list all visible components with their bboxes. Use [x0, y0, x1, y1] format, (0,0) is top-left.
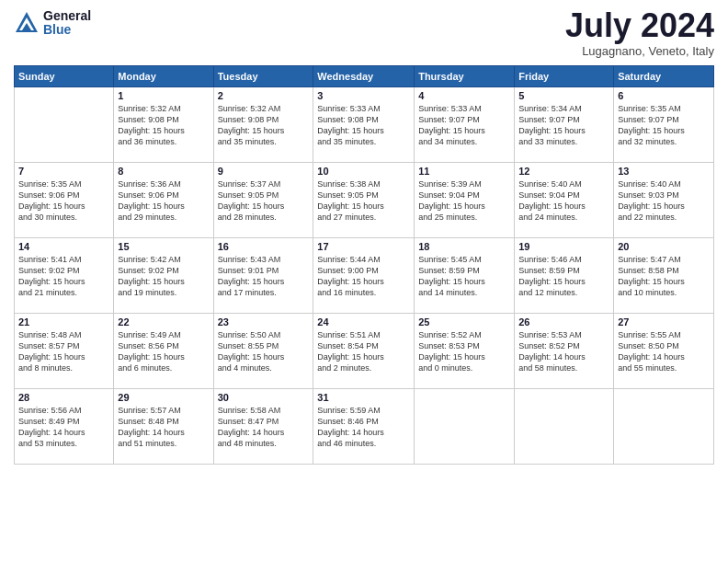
weekday-header: Wednesday [313, 66, 415, 87]
day-number: 29 [118, 392, 209, 403]
calendar-cell [614, 389, 714, 465]
day-number: 31 [317, 392, 410, 403]
calendar-row: 28Sunrise: 5:56 AM Sunset: 8:49 PM Dayli… [15, 389, 714, 465]
header: General Blue July 2024 Lugagnano, Veneto… [14, 9, 714, 58]
day-number: 16 [218, 241, 310, 252]
calendar-row: 1Sunrise: 5:32 AM Sunset: 9:08 PM Daylig… [15, 87, 714, 163]
cell-info: Sunrise: 5:58 AM Sunset: 8:47 PM Dayligh… [218, 405, 310, 450]
calendar-cell: 14Sunrise: 5:41 AM Sunset: 9:02 PM Dayli… [15, 238, 114, 314]
calendar-cell: 31Sunrise: 5:59 AM Sunset: 8:46 PM Dayli… [313, 389, 415, 465]
cell-info: Sunrise: 5:35 AM Sunset: 9:06 PM Dayligh… [18, 178, 109, 224]
cell-info: Sunrise: 5:51 AM Sunset: 8:54 PM Dayligh… [317, 329, 410, 374]
weekday-header: Thursday [415, 66, 515, 87]
day-number: 9 [218, 166, 310, 177]
cell-info: Sunrise: 5:35 AM Sunset: 9:07 PM Dayligh… [618, 103, 710, 148]
calendar-cell: 26Sunrise: 5:53 AM Sunset: 8:52 PM Dayli… [515, 314, 614, 389]
cell-info: Sunrise: 5:37 AM Sunset: 9:05 PM Dayligh… [218, 178, 310, 224]
calendar-cell: 16Sunrise: 5:43 AM Sunset: 9:01 PM Dayli… [213, 238, 313, 314]
day-number: 26 [518, 316, 609, 327]
cell-info: Sunrise: 5:56 AM Sunset: 8:49 PM Dayligh… [18, 405, 109, 450]
calendar-cell: 20Sunrise: 5:47 AM Sunset: 8:58 PM Dayli… [614, 238, 714, 314]
calendar-cell: 30Sunrise: 5:58 AM Sunset: 8:47 PM Dayli… [213, 389, 313, 465]
day-number: 24 [317, 316, 410, 327]
cell-info: Sunrise: 5:43 AM Sunset: 9:01 PM Dayligh… [218, 254, 310, 299]
page: General Blue July 2024 Lugagnano, Veneto… [0, 0, 728, 563]
calendar-cell: 24Sunrise: 5:51 AM Sunset: 8:54 PM Dayli… [313, 314, 415, 389]
calendar-cell: 11Sunrise: 5:39 AM Sunset: 9:04 PM Dayli… [415, 163, 515, 238]
calendar-cell: 17Sunrise: 5:44 AM Sunset: 9:00 PM Dayli… [313, 238, 415, 314]
calendar-row: 21Sunrise: 5:48 AM Sunset: 8:57 PM Dayli… [15, 314, 714, 389]
day-number: 17 [317, 241, 410, 252]
cell-info: Sunrise: 5:47 AM Sunset: 8:58 PM Dayligh… [618, 254, 710, 299]
logo-general: General [43, 9, 91, 23]
day-number: 27 [618, 316, 710, 327]
cell-info: Sunrise: 5:57 AM Sunset: 8:48 PM Dayligh… [118, 405, 209, 450]
calendar-cell: 2Sunrise: 5:32 AM Sunset: 9:08 PM Daylig… [213, 87, 313, 163]
calendar-cell: 15Sunrise: 5:42 AM Sunset: 9:02 PM Dayli… [114, 238, 213, 314]
weekday-header: Saturday [614, 66, 714, 87]
weekday-header: Tuesday [213, 66, 313, 87]
logo-text: General Blue [43, 9, 91, 38]
calendar-cell: 21Sunrise: 5:48 AM Sunset: 8:57 PM Dayli… [15, 314, 114, 389]
day-number: 13 [618, 166, 710, 177]
calendar-row: 7Sunrise: 5:35 AM Sunset: 9:06 PM Daylig… [15, 163, 714, 238]
day-number: 15 [118, 241, 209, 252]
cell-info: Sunrise: 5:52 AM Sunset: 8:53 PM Dayligh… [418, 329, 510, 374]
day-number: 21 [18, 316, 109, 327]
calendar-row: 14Sunrise: 5:41 AM Sunset: 9:02 PM Dayli… [15, 238, 714, 314]
cell-info: Sunrise: 5:40 AM Sunset: 9:03 PM Dayligh… [618, 178, 710, 224]
day-number: 3 [317, 90, 410, 101]
cell-info: Sunrise: 5:45 AM Sunset: 8:59 PM Dayligh… [418, 254, 510, 299]
day-number: 28 [18, 392, 109, 403]
calendar-cell: 19Sunrise: 5:46 AM Sunset: 8:59 PM Dayli… [515, 238, 614, 314]
cell-info: Sunrise: 5:49 AM Sunset: 8:56 PM Dayligh… [118, 329, 209, 374]
day-number: 2 [218, 90, 310, 101]
calendar-cell [415, 389, 515, 465]
cell-info: Sunrise: 5:53 AM Sunset: 8:52 PM Dayligh… [518, 329, 609, 374]
cell-info: Sunrise: 5:41 AM Sunset: 9:02 PM Dayligh… [18, 254, 109, 299]
cell-info: Sunrise: 5:38 AM Sunset: 9:05 PM Dayligh… [317, 178, 410, 224]
day-number: 10 [317, 166, 410, 177]
weekday-header: Monday [114, 66, 213, 87]
calendar-cell: 25Sunrise: 5:52 AM Sunset: 8:53 PM Dayli… [415, 314, 515, 389]
calendar-cell: 12Sunrise: 5:40 AM Sunset: 9:04 PM Dayli… [515, 163, 614, 238]
day-number: 18 [418, 241, 510, 252]
calendar-cell: 13Sunrise: 5:40 AM Sunset: 9:03 PM Dayli… [614, 163, 714, 238]
calendar-cell: 29Sunrise: 5:57 AM Sunset: 8:48 PM Dayli… [114, 389, 213, 465]
header-row: SundayMondayTuesdayWednesdayThursdayFrid… [15, 66, 714, 87]
calendar-cell: 28Sunrise: 5:56 AM Sunset: 8:49 PM Dayli… [15, 389, 114, 465]
location: Lugagnano, Veneto, Italy [565, 44, 714, 58]
cell-info: Sunrise: 5:33 AM Sunset: 9:07 PM Dayligh… [418, 103, 510, 148]
cell-info: Sunrise: 5:32 AM Sunset: 9:08 PM Dayligh… [118, 103, 209, 148]
day-number: 25 [418, 316, 510, 327]
calendar-cell [15, 87, 114, 163]
calendar-table: SundayMondayTuesdayWednesdayThursdayFrid… [14, 65, 714, 465]
day-number: 11 [418, 166, 510, 177]
day-number: 23 [218, 316, 310, 327]
weekday-header: Friday [515, 66, 614, 87]
calendar-cell: 22Sunrise: 5:49 AM Sunset: 8:56 PM Dayli… [114, 314, 213, 389]
cell-info: Sunrise: 5:33 AM Sunset: 9:08 PM Dayligh… [317, 103, 410, 148]
calendar-cell: 9Sunrise: 5:37 AM Sunset: 9:05 PM Daylig… [213, 163, 313, 238]
calendar-cell: 1Sunrise: 5:32 AM Sunset: 9:08 PM Daylig… [114, 87, 213, 163]
title-section: July 2024 Lugagnano, Veneto, Italy [565, 9, 714, 58]
cell-info: Sunrise: 5:32 AM Sunset: 9:08 PM Dayligh… [218, 103, 310, 148]
day-number: 6 [618, 90, 710, 101]
day-number: 14 [18, 241, 109, 252]
cell-info: Sunrise: 5:55 AM Sunset: 8:50 PM Dayligh… [618, 329, 710, 374]
cell-info: Sunrise: 5:34 AM Sunset: 9:07 PM Dayligh… [518, 103, 609, 148]
calendar-cell: 4Sunrise: 5:33 AM Sunset: 9:07 PM Daylig… [415, 87, 515, 163]
calendar-cell: 8Sunrise: 5:36 AM Sunset: 9:06 PM Daylig… [114, 163, 213, 238]
day-number: 19 [518, 241, 609, 252]
cell-info: Sunrise: 5:44 AM Sunset: 9:00 PM Dayligh… [317, 254, 410, 299]
cell-info: Sunrise: 5:36 AM Sunset: 9:06 PM Dayligh… [118, 178, 209, 224]
day-number: 8 [118, 166, 209, 177]
cell-info: Sunrise: 5:48 AM Sunset: 8:57 PM Dayligh… [18, 329, 109, 374]
day-number: 7 [18, 166, 109, 177]
calendar-cell: 5Sunrise: 5:34 AM Sunset: 9:07 PM Daylig… [515, 87, 614, 163]
cell-info: Sunrise: 5:46 AM Sunset: 8:59 PM Dayligh… [518, 254, 609, 299]
weekday-header: Sunday [15, 66, 114, 87]
calendar-cell: 3Sunrise: 5:33 AM Sunset: 9:08 PM Daylig… [313, 87, 415, 163]
calendar-cell: 27Sunrise: 5:55 AM Sunset: 8:50 PM Dayli… [614, 314, 714, 389]
month-title: July 2024 [565, 9, 714, 42]
